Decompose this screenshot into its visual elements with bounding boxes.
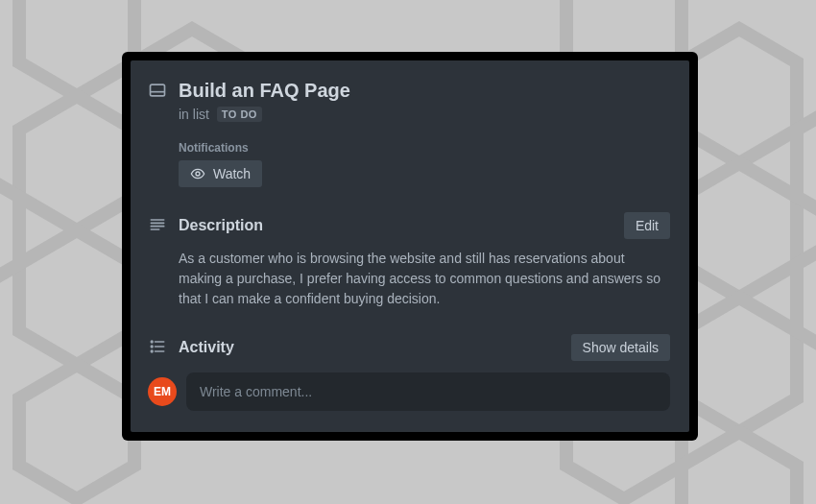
svg-marker-2 — [19, 96, 134, 230]
description-section: Description Edit As a customer who is br… — [148, 212, 670, 309]
title-row: Build an FAQ Page in list TO DO Notifica… — [148, 78, 670, 187]
card-modal: Build an FAQ Page in list TO DO Notifica… — [122, 52, 698, 441]
list-prefix: in list — [179, 107, 209, 122]
comment-input[interactable] — [186, 372, 670, 411]
svg-marker-7 — [19, 365, 134, 499]
svg-marker-0 — [19, 0, 134, 96]
svg-point-29 — [151, 350, 153, 352]
description-icon — [148, 212, 179, 234]
svg-marker-3 — [19, 230, 134, 365]
svg-rect-17 — [151, 84, 165, 96]
card-panel: Build an FAQ Page in list TO DO Notifica… — [131, 60, 689, 432]
svg-marker-10 — [682, 163, 797, 298]
edit-description-button[interactable]: Edit — [624, 212, 670, 239]
description-body[interactable]: As a customer who is browsing the websit… — [179, 249, 670, 309]
card-icon — [148, 78, 179, 100]
card-title[interactable]: Build an FAQ Page — [179, 78, 670, 103]
svg-point-28 — [151, 346, 153, 348]
notifications-block: Notifications Watch — [179, 141, 670, 187]
list-badge[interactable]: TO DO — [217, 107, 262, 122]
svg-point-19 — [196, 172, 200, 176]
watch-button-label: Watch — [213, 166, 251, 181]
watch-button[interactable]: Watch — [179, 160, 262, 187]
svg-marker-12 — [682, 298, 797, 432]
avatar[interactable]: EM — [148, 377, 177, 406]
svg-marker-9 — [682, 29, 797, 163]
edit-button-label: Edit — [636, 218, 659, 233]
show-details-label: Show details — [583, 340, 659, 355]
activity-icon — [148, 334, 179, 356]
svg-point-27 — [151, 341, 153, 343]
activity-heading: Activity — [179, 339, 234, 356]
description-heading: Description — [179, 217, 263, 234]
eye-icon — [190, 166, 205, 181]
notifications-label: Notifications — [179, 141, 670, 155]
activity-section: Activity Show details EM — [148, 334, 670, 411]
show-details-button[interactable]: Show details — [571, 334, 670, 361]
svg-marker-14 — [682, 432, 797, 504]
card-list-line: in list TO DO — [179, 107, 670, 122]
